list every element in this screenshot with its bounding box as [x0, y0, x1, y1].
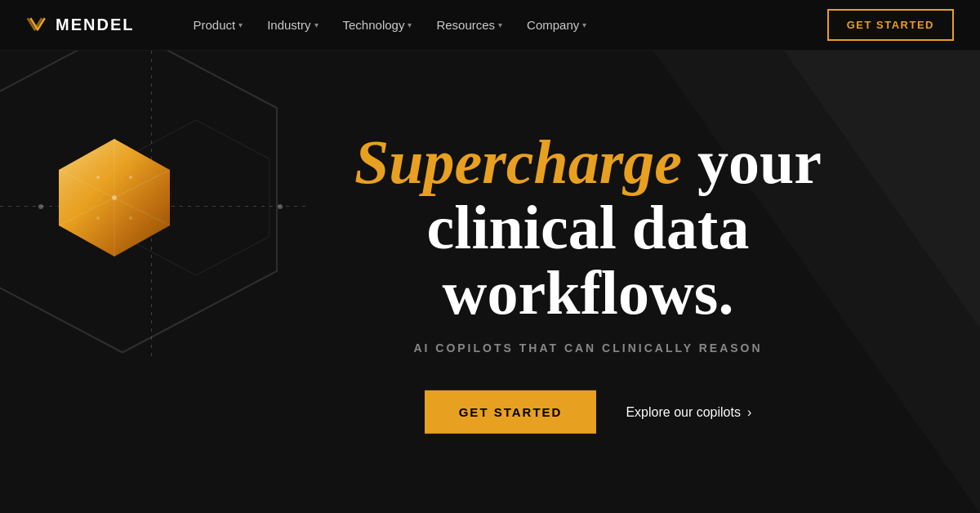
arrow-right-icon: › [747, 405, 751, 420]
hero-subheadline: AI COPILOTS THAT CAN CLINICALLY REASON [343, 341, 833, 355]
svg-point-7 [96, 216, 100, 220]
nav-menu: Product ▾ Industry ▾ Technology ▾ Resour… [183, 11, 826, 38]
navbar: MENDEL Product ▾ Industry ▾ Technology ▾… [0, 0, 980, 51]
hero-headline-accent: Supercharge [354, 127, 682, 196]
golden-hexagon-icon [49, 132, 180, 263]
chevron-down-icon: ▾ [582, 20, 586, 29]
hero-get-started-button[interactable]: GET STARTED [425, 390, 597, 434]
hero-section: Supercharge yourclinical data workflows.… [0, 51, 980, 513]
svg-point-8 [129, 216, 132, 220]
nav-item-company[interactable]: Company ▾ [517, 11, 596, 38]
nav-item-product[interactable]: Product ▾ [183, 11, 252, 38]
hero-actions: GET STARTED Explore our copilots › [343, 390, 833, 434]
hero-headline: Supercharge yourclinical data workflows. [343, 130, 833, 325]
svg-point-6 [129, 176, 132, 179]
explore-label: Explore our copilots [626, 405, 741, 420]
svg-point-5 [96, 176, 100, 179]
nav-item-industry[interactable]: Industry ▾ [257, 11, 327, 38]
nav-item-technology[interactable]: Technology ▾ [333, 11, 422, 38]
chevron-down-icon: ▾ [498, 20, 502, 29]
nav-item-resources[interactable]: Resources ▾ [426, 11, 512, 38]
logo[interactable]: MENDEL [26, 14, 134, 37]
navbar-get-started-button[interactable]: GET STARTED [827, 9, 954, 41]
hero-content: Supercharge yourclinical data workflows.… [343, 130, 833, 434]
logo-text: MENDEL [56, 16, 134, 34]
hero-explore-button[interactable]: Explore our copilots › [626, 405, 751, 420]
golden-hexagon-container [49, 132, 196, 279]
logo-icon [26, 14, 49, 37]
chevron-down-icon: ▾ [408, 20, 412, 29]
chevron-down-icon: ▾ [314, 20, 318, 29]
chevron-down-icon: ▾ [238, 20, 243, 29]
